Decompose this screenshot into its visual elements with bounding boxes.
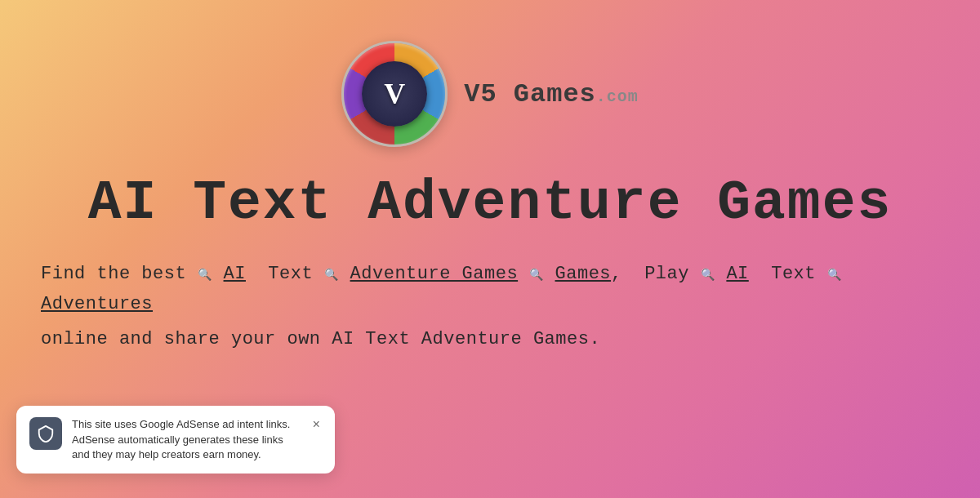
- logo-inner: V: [362, 61, 427, 127]
- shield-icon: [29, 417, 62, 450]
- toast-close-button[interactable]: ×: [310, 417, 322, 434]
- logo-v-letter: V: [384, 77, 405, 111]
- description-line2: online and share your own AI Text Advent…: [41, 324, 939, 354]
- link-adventures[interactable]: Adventures: [41, 289, 153, 319]
- logo-area: V V5 Games.com: [341, 41, 639, 147]
- logo-text-area: V5 Games.com: [464, 79, 639, 109]
- logo-title: V5 Games.com: [464, 79, 639, 109]
- logo-circle: V: [341, 41, 448, 147]
- page-title: AI Text Adventure Games: [88, 171, 893, 234]
- toast-notification: This site uses Google AdSense ad intent …: [16, 406, 335, 474]
- description-line1: Find the best AI Text Adventure Games Ga…: [41, 259, 939, 320]
- link-ai-1[interactable]: AI: [224, 259, 246, 289]
- search-icon-5: [827, 259, 840, 272]
- link-ai-2[interactable]: AI: [726, 259, 748, 289]
- page-description: Find the best AI Text Adventure Games Ga…: [41, 259, 939, 354]
- link-games[interactable]: Games: [555, 259, 612, 289]
- search-icon-1: [198, 259, 211, 272]
- toast-text: This site uses Google AdSense ad intent …: [72, 417, 301, 462]
- search-icon-2: [324, 259, 337, 272]
- link-adventure-games[interactable]: Adventure Games: [350, 259, 519, 289]
- search-icon-4: [701, 259, 714, 272]
- search-icon-3: [529, 259, 542, 272]
